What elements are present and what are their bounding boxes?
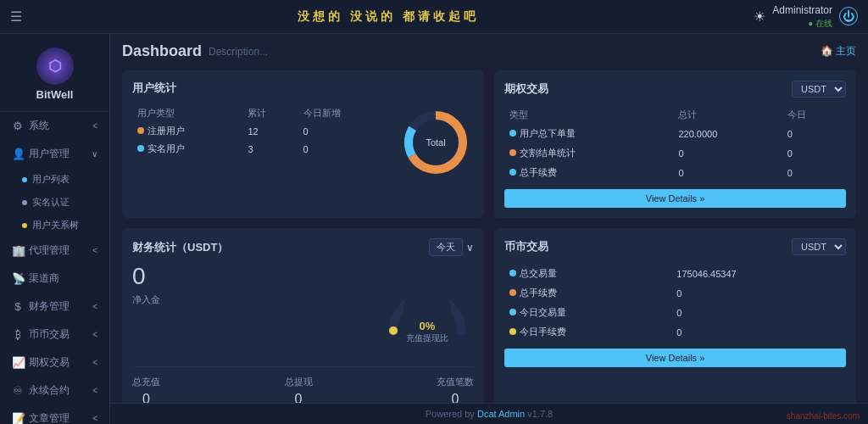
user-stats-title: 用户统计: [132, 81, 176, 96]
futures-card: 期权交易 USDT BTC 类型 总计 今日: [494, 70, 856, 218]
sidebar-label-user-mgmt: 用户管理: [29, 147, 70, 161]
sidebar-item-futures[interactable]: 📈 期权交易 <: [0, 349, 109, 377]
topbar-right: ☀ Administrator ● 在线 ⏻: [754, 3, 858, 30]
user-mgmt-icon: 👤: [12, 148, 24, 160]
sidebar-item-kyc[interactable]: 实名认证: [0, 191, 109, 214]
sidebar-item-user-list[interactable]: 用户列表: [0, 168, 109, 191]
page-header: Dashboard Description... 🏠 主页: [122, 42, 856, 60]
count-label: 充值笔数: [437, 376, 474, 388]
spot-row-fee: 总手续费: [504, 283, 671, 303]
sidebar-item-system[interactable]: ⚙ 系统 <: [0, 112, 109, 140]
table-row: 今日手续费 0: [504, 322, 846, 342]
finance-amount-label: 净入金: [132, 293, 372, 306]
futures-col-type: 类型: [504, 106, 673, 124]
spot-title: 币市交易: [504, 239, 548, 254]
settings-icon[interactable]: ☀: [754, 8, 765, 25]
sidebar-item-content-mgmt[interactable]: 📝 文章管理 <: [0, 404, 109, 424]
spot-card: 币市交易 USDT BTC 总交易量 175046.45: [494, 228, 856, 403]
spot-row-today-volume: 今日交易量: [504, 303, 671, 322]
page-description: Description...: [209, 46, 268, 58]
spot-header: 币市交易 USDT BTC: [504, 238, 846, 255]
date-arrow: ∨: [466, 242, 474, 254]
hamburger-icon[interactable]: ☰: [10, 8, 22, 25]
user-type-registered: 注册用户: [132, 122, 242, 140]
page-header-left: Dashboard Description...: [122, 42, 268, 60]
futures-table: 类型 总计 今日 用户总下单量 220.0000 0: [504, 106, 846, 182]
dot-cyan-icon: [509, 169, 516, 176]
table-row: 用户总下单量 220.0000 0: [504, 124, 846, 143]
sidebar-label-user-rel: 用户关系树: [32, 219, 79, 232]
spot-volume-value: 175046.45347: [671, 264, 846, 283]
admin-status: ● 在线: [772, 18, 832, 30]
footer-link[interactable]: Dcat Admin: [477, 409, 525, 419]
cards-grid: 用户统计 用户类型 累计 今日新增: [122, 70, 856, 403]
main-wrapper: Dashboard Description... 🏠 主页 用户统计: [110, 34, 868, 424]
withdraw-label: 总提现: [285, 376, 313, 388]
home-link[interactable]: 🏠 主页: [821, 44, 856, 59]
spot-row-volume: 总交易量: [504, 264, 671, 283]
col-user-type: 用户类型: [132, 104, 242, 122]
table-row: 注册用户 12 0: [132, 122, 389, 140]
finance-header: 财务统计（USDT） 今天 ∨: [132, 238, 474, 256]
agent-mgmt-icon: 🏢: [12, 244, 24, 257]
finance-left: 0 净入金: [132, 263, 372, 306]
futures-currency-select[interactable]: USDT BTC: [792, 81, 846, 98]
dot-icon: [22, 200, 27, 205]
finance-title: 财务统计（USDT）: [132, 240, 228, 255]
sidebar-arrow-finance-mgmt: <: [92, 302, 97, 311]
sidebar-item-user-mgmt[interactable]: 👤 用户管理 ∨: [0, 140, 109, 168]
table-row: 总交易量 175046.45347: [504, 264, 846, 283]
futures-icon: 📈: [12, 356, 24, 369]
futures-col-total: 总计: [673, 106, 782, 124]
user-type-kyc: 实名用户: [132, 140, 242, 158]
table-row: 今日交易量 0: [504, 303, 846, 322]
table-row: 总手续费 0: [504, 283, 846, 303]
sidebar-item-agent-mgmt[interactable]: 🏢 代理管理 <: [0, 237, 109, 265]
table-row: 实名用户 3 0: [132, 140, 389, 158]
futures-settlement-total: 0: [673, 143, 782, 163]
registered-today: 0: [298, 122, 389, 140]
sidebar-arrow-agent-mgmt: <: [92, 246, 97, 255]
finance-card: 财务统计（USDT） 今天 ∨ 0 净入金: [122, 228, 484, 403]
sidebar-label-kyc: 实名认证: [32, 196, 70, 209]
sidebar-item-finance-mgmt[interactable]: $ 财务管理 <: [0, 293, 109, 321]
sidebar-label-system: 系统: [29, 119, 49, 133]
finance-mgmt-icon: $: [12, 300, 24, 313]
sidebar-arrow-user-mgmt: ∨: [92, 149, 97, 159]
stats-table: 用户类型 累计 今日新增 注册用户: [132, 104, 389, 158]
channel-icon: 📡: [12, 272, 24, 285]
kyc-today: 0: [298, 140, 389, 158]
kyc-total: 3: [242, 140, 298, 158]
power-icon[interactable]: ⏻: [839, 7, 858, 25]
dot-icon: [22, 223, 27, 228]
app-body: ⬡ BitWell ⚙ 系统 < 👤 用户管理 ∨ 用户列表 实名认证 用户关系…: [0, 34, 868, 424]
sidebar-item-user-rel[interactable]: 用户关系树: [0, 214, 109, 237]
sidebar-item-perpetual[interactable]: ♾ 永续合约 <: [0, 377, 109, 404]
dot-cyan-icon: [509, 270, 516, 276]
donut-label: Total: [426, 137, 445, 148]
finance-amount: 0: [132, 263, 372, 290]
sidebar-label-user-list: 用户列表: [32, 173, 70, 186]
footer-text: Powered by: [426, 409, 475, 419]
sidebar-item-channel[interactable]: 📡 渠道商: [0, 265, 109, 293]
dot-cyan-icon: [509, 130, 516, 137]
main-content: Dashboard Description... 🏠 主页 用户统计: [110, 34, 868, 403]
content-mgmt-icon: 📝: [12, 412, 24, 424]
col-today: 今日新增: [298, 104, 389, 122]
sidebar-label-futures: 期权交易: [29, 355, 70, 370]
futures-view-details-btn[interactable]: View Details »: [504, 189, 846, 208]
sidebar-arrow-system: <: [92, 121, 97, 131]
sidebar-arrow-futures: <: [92, 358, 97, 367]
sidebar-item-spot[interactable]: ₿ 币币交易 <: [0, 321, 109, 349]
dot-orange-icon: [509, 149, 516, 156]
date-btn[interactable]: 今天: [429, 238, 463, 256]
spot-currency-select[interactable]: USDT BTC: [792, 238, 846, 255]
sidebar: ⬡ BitWell ⚙ 系统 < 👤 用户管理 ∨ 用户列表 实名认证 用户关系…: [0, 34, 110, 424]
spot-row-today-fee: 今日手续费: [504, 322, 671, 342]
sidebar-arrow-content-mgmt: <: [92, 414, 97, 423]
spot-view-details-btn[interactable]: View Details »: [504, 349, 846, 367]
finance-stat-recharge: 总充值 0: [132, 376, 160, 403]
spot-fee-value: 0: [671, 283, 846, 303]
date-selector: 今天 ∨: [429, 238, 474, 256]
topbar: ☰ 没想的 没说的 都请收起吧 ☀ Administrator ● 在线 ⏻: [0, 0, 868, 34]
